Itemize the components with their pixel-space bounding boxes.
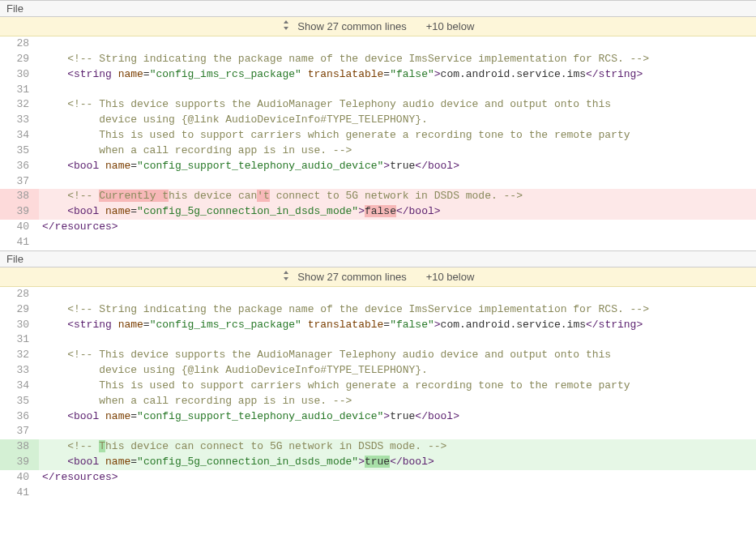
code-line: 35 when a call recording app is in use. … [0, 394, 756, 409]
code-content: </resources> [39, 470, 756, 486]
code-line: 38 <!-- Currently this device can't conn… [0, 189, 756, 204]
code-content [39, 83, 756, 98]
code-content: This is used to support carriers which g… [39, 379, 756, 394]
line-number: 37 [0, 174, 39, 190]
code-line: 35 when a call recording app is in use. … [0, 143, 756, 159]
code-line: 38 <!-- This device can connect to 5G ne… [0, 439, 756, 455]
code-line: 34 This is used to support carriers whic… [0, 128, 756, 143]
line-number: 39 [0, 204, 39, 220]
code-line: 30 <string name="config_ims_rcs_package"… [0, 67, 756, 83]
code-content: <string name="config_ims_rcs_package" tr… [39, 318, 756, 333]
code-content: <!-- This device supports the AudioManag… [39, 97, 756, 113]
line-number: 37 [0, 424, 39, 439]
code-line: 31 [0, 332, 756, 348]
code-content: <bool name="config_support_telephony_aud… [39, 159, 756, 174]
code-content: <bool name="config_5g_connection_in_dsds… [39, 455, 756, 470]
line-number: 41 [0, 235, 39, 250]
code-content: <string name="config_ims_rcs_package" tr… [39, 67, 756, 83]
code-content: <!-- String indicating the package name … [39, 302, 756, 318]
code-line: 39 <bool name="config_5g_connection_in_d… [0, 455, 756, 470]
code-line: 31 [0, 83, 756, 98]
line-number: 29 [0, 52, 39, 67]
line-number: 39 [0, 455, 39, 470]
line-number: 30 [0, 67, 39, 83]
code-line: 36 <bool name="config_support_telephony_… [0, 159, 756, 174]
file-label: File [6, 2, 23, 15]
line-number: 28 [0, 36, 39, 52]
expand-below-link[interactable]: +10 below [426, 271, 475, 283]
line-number: 28 [0, 287, 39, 302]
code-content: device using {@link AudioDeviceInfo#TYPE… [39, 363, 756, 379]
line-number: 33 [0, 363, 39, 379]
code-line: 28 [0, 287, 756, 302]
code-content: This is used to support carriers which g… [39, 128, 756, 143]
expand-center[interactable]: Show 27 common lines [282, 20, 407, 32]
code-content [39, 424, 756, 439]
code-content [39, 287, 756, 302]
expand-show-label: Show 27 common lines [297, 271, 406, 283]
line-number: 41 [0, 486, 39, 501]
expand-center[interactable]: Show 27 common lines [282, 271, 407, 283]
code-line: 36 <bool name="config_support_telephony_… [0, 409, 756, 425]
code-line: 34 This is used to support carriers whic… [0, 379, 756, 394]
code-content: <bool name="config_support_telephony_aud… [39, 409, 756, 425]
code-line: 32 <!-- This device supports the AudioMa… [0, 97, 756, 113]
line-number: 31 [0, 332, 39, 348]
code-line: 28 [0, 36, 756, 52]
line-number: 35 [0, 143, 39, 159]
code-line: 33 device using {@link AudioDeviceInfo#T… [0, 363, 756, 379]
code-line: 29 <!-- String indicating the package na… [0, 52, 756, 67]
code-line: 37 [0, 424, 756, 439]
code-block-2: 2829 <!-- String indicating the package … [0, 287, 756, 501]
code-content: <!-- This device supports the AudioManag… [39, 348, 756, 363]
line-number: 38 [0, 439, 39, 455]
line-number: 32 [0, 348, 39, 363]
line-number: 32 [0, 97, 39, 113]
line-number: 31 [0, 83, 39, 98]
code-line: 40</resources> [0, 470, 756, 486]
code-content: device using {@link AudioDeviceInfo#TYPE… [39, 113, 756, 128]
file-header-1: File [0, 0, 756, 17]
line-number: 33 [0, 113, 39, 128]
line-number: 38 [0, 189, 39, 204]
code-line: 33 device using {@link AudioDeviceInfo#T… [0, 113, 756, 128]
line-number: 29 [0, 302, 39, 318]
code-content [39, 174, 756, 190]
code-content: when a call recording app is in use. --> [39, 143, 756, 159]
line-number: 36 [0, 409, 39, 425]
code-content: <!-- Currently this device can't connect… [39, 189, 756, 204]
code-line: 41 [0, 235, 756, 250]
code-content: </resources> [39, 220, 756, 235]
line-number: 30 [0, 318, 39, 333]
code-line: 29 <!-- String indicating the package na… [0, 302, 756, 318]
code-content [39, 36, 756, 52]
code-content [39, 486, 756, 501]
code-block-1: 2829 <!-- String indicating the package … [0, 36, 756, 250]
code-line: 41 [0, 486, 756, 501]
code-content [39, 235, 756, 250]
code-line: 40</resources> [0, 220, 756, 235]
code-content: <bool name="config_5g_connection_in_dsds… [39, 204, 756, 220]
file-label: File [6, 253, 23, 265]
line-number: 34 [0, 128, 39, 143]
file-header-2: File [0, 250, 756, 268]
line-number: 40 [0, 220, 39, 235]
code-content: <!-- String indicating the package name … [39, 52, 756, 67]
expand-icon [282, 271, 290, 283]
code-line: 30 <string name="config_ims_rcs_package"… [0, 318, 756, 333]
expand-below-link[interactable]: +10 below [426, 20, 475, 32]
line-number: 34 [0, 379, 39, 394]
code-content: when a call recording app is in use. --> [39, 394, 756, 409]
code-line: 37 [0, 174, 756, 190]
code-content: <!-- This device can connect to 5G netwo… [39, 439, 756, 455]
code-line: 32 <!-- This device supports the AudioMa… [0, 348, 756, 363]
line-number: 35 [0, 394, 39, 409]
expand-icon [282, 20, 290, 32]
expand-bar-1[interactable]: Show 27 common lines +10 below [0, 17, 756, 36]
expand-show-label: Show 27 common lines [297, 20, 406, 32]
line-number: 40 [0, 470, 39, 486]
code-line: 39 <bool name="config_5g_connection_in_d… [0, 204, 756, 220]
code-content [39, 332, 756, 348]
line-number: 36 [0, 159, 39, 174]
expand-bar-2[interactable]: Show 27 common lines +10 below [0, 268, 756, 287]
